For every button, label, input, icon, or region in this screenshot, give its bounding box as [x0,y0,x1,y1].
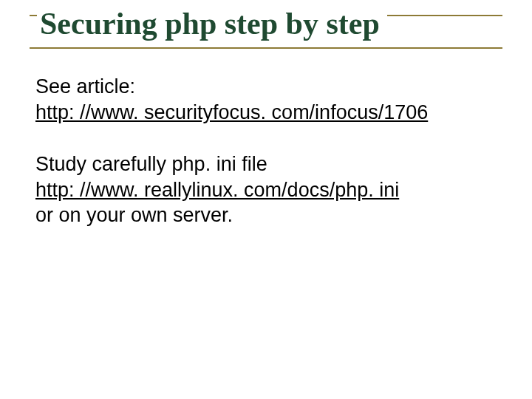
para1-text: See article: [35,75,135,98]
link-securityfocus[interactable]: http: //www. securityfocus. com/infocus/… [35,101,428,123]
slide-title: Securing php step by step [37,6,387,41]
para2-line3: or on your own server. [35,204,233,226]
paragraph-1: See article: http: //www. securityfocus.… [35,74,502,125]
para2-line1: Study carefully php. ini file [35,153,267,175]
slide-body: See article: http: //www. securityfocus.… [30,74,502,228]
title-block: Securing php step by step [30,13,502,49]
slide: Securing php step by step See article: h… [0,0,532,399]
title-rule-bottom [30,47,502,49]
link-reallylinux[interactable]: http: //www. reallylinux. com/docs/php. … [35,179,399,201]
paragraph-2: Study carefully php. ini file http: //ww… [35,151,502,228]
